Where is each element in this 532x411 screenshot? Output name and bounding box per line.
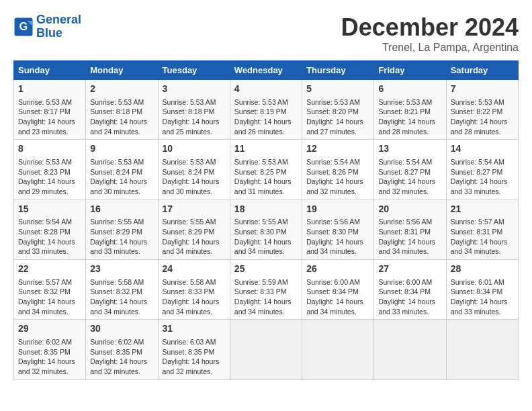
calendar-cell: 14Sunrise: 5:54 AM Sunset: 8:27 PM Dayli… (446, 140, 518, 199)
day-number: 14 (451, 142, 514, 156)
header-day-thursday: Thursday (302, 61, 374, 80)
day-info: Sunrise: 5:53 AM Sunset: 8:18 PM Dayligh… (90, 97, 153, 137)
day-info: Sunrise: 5:53 AM Sunset: 8:20 PM Dayligh… (306, 97, 369, 137)
calendar-week-1: 1Sunrise: 5:53 AM Sunset: 8:17 PM Daylig… (14, 80, 519, 140)
calendar-cell: 1Sunrise: 5:53 AM Sunset: 8:17 PM Daylig… (14, 80, 86, 140)
page-header: G General Blue December 2024 Trenel, La … (13, 13, 519, 54)
calendar-cell: 19Sunrise: 5:56 AM Sunset: 8:30 PM Dayli… (302, 199, 374, 259)
location-title: Trenel, La Pampa, Argentina (341, 42, 519, 54)
day-number: 24 (163, 263, 226, 276)
day-number: 21 (451, 203, 514, 216)
logo-icon: G (13, 17, 34, 37)
calendar-cell: 31Sunrise: 6:03 AM Sunset: 8:35 PM Dayli… (158, 320, 230, 379)
day-number: 9 (90, 142, 153, 156)
day-number: 1 (18, 83, 81, 96)
calendar-cell: 22Sunrise: 5:57 AM Sunset: 8:32 PM Dayli… (14, 260, 86, 320)
calendar-week-4: 22Sunrise: 5:57 AM Sunset: 8:32 PM Dayli… (14, 260, 519, 320)
day-info: Sunrise: 5:56 AM Sunset: 8:30 PM Dayligh… (306, 217, 369, 257)
day-info: Sunrise: 5:53 AM Sunset: 8:24 PM Dayligh… (163, 157, 226, 197)
day-info: Sunrise: 5:53 AM Sunset: 8:21 PM Dayligh… (378, 97, 441, 137)
calendar-cell: 17Sunrise: 5:55 AM Sunset: 8:29 PM Dayli… (158, 199, 230, 259)
day-info: Sunrise: 5:54 AM Sunset: 8:26 PM Dayligh… (306, 157, 369, 197)
calendar-week-2: 8Sunrise: 5:53 AM Sunset: 8:23 PM Daylig… (14, 140, 519, 199)
day-number: 31 (163, 322, 226, 336)
calendar-cell: 27Sunrise: 6:00 AM Sunset: 8:34 PM Dayli… (374, 260, 446, 320)
day-number: 11 (234, 142, 298, 156)
day-number: 23 (90, 263, 153, 276)
day-number: 30 (90, 322, 153, 336)
calendar-cell (230, 320, 302, 379)
calendar-cell: 28Sunrise: 6:01 AM Sunset: 8:34 PM Dayli… (446, 260, 518, 320)
day-number: 26 (306, 263, 369, 276)
day-number: 3 (163, 83, 226, 96)
calendar-week-3: 15Sunrise: 5:54 AM Sunset: 8:28 PM Dayli… (14, 199, 519, 259)
day-number: 15 (18, 203, 81, 216)
logo-line1: General (36, 13, 81, 26)
day-info: Sunrise: 6:02 AM Sunset: 8:35 PM Dayligh… (18, 337, 81, 377)
calendar-cell: 7Sunrise: 5:53 AM Sunset: 8:22 PM Daylig… (446, 80, 518, 140)
day-number: 18 (234, 203, 298, 216)
calendar-week-5: 29Sunrise: 6:02 AM Sunset: 8:35 PM Dayli… (14, 320, 519, 379)
day-number: 4 (234, 83, 298, 96)
calendar-cell: 23Sunrise: 5:58 AM Sunset: 8:32 PM Dayli… (86, 260, 158, 320)
calendar-cell (302, 320, 374, 379)
day-info: Sunrise: 6:03 AM Sunset: 8:35 PM Dayligh… (163, 337, 226, 377)
day-info: Sunrise: 6:00 AM Sunset: 8:34 PM Dayligh… (306, 277, 369, 317)
logo: G General Blue (13, 13, 81, 40)
logo-text: General Blue (36, 13, 81, 40)
day-info: Sunrise: 5:58 AM Sunset: 8:32 PM Dayligh… (90, 277, 153, 317)
day-info: Sunrise: 5:54 AM Sunset: 8:27 PM Dayligh… (378, 157, 441, 197)
day-number: 22 (18, 263, 81, 276)
title-block: December 2024 Trenel, La Pampa, Argentin… (341, 13, 519, 54)
svg-text:G: G (19, 19, 28, 32)
day-number: 7 (451, 83, 514, 96)
calendar-table: SundayMondayTuesdayWednesdayThursdayFrid… (13, 60, 519, 380)
day-number: 28 (451, 263, 514, 276)
calendar-cell: 3Sunrise: 5:53 AM Sunset: 8:18 PM Daylig… (158, 80, 230, 140)
day-info: Sunrise: 5:54 AM Sunset: 8:28 PM Dayligh… (18, 217, 81, 257)
calendar-cell: 29Sunrise: 6:02 AM Sunset: 8:35 PM Dayli… (14, 320, 86, 379)
day-number: 13 (378, 142, 441, 156)
day-info: Sunrise: 5:54 AM Sunset: 8:27 PM Dayligh… (451, 157, 514, 197)
day-info: Sunrise: 5:53 AM Sunset: 8:23 PM Dayligh… (18, 157, 81, 197)
day-info: Sunrise: 5:59 AM Sunset: 8:33 PM Dayligh… (234, 277, 298, 317)
day-info: Sunrise: 5:55 AM Sunset: 8:29 PM Dayligh… (163, 217, 226, 257)
day-info: Sunrise: 5:53 AM Sunset: 8:24 PM Dayligh… (90, 157, 153, 197)
day-info: Sunrise: 5:57 AM Sunset: 8:31 PM Dayligh… (451, 217, 514, 257)
day-number: 5 (306, 83, 369, 96)
calendar-header-row: SundayMondayTuesdayWednesdayThursdayFrid… (14, 61, 519, 80)
header-day-wednesday: Wednesday (230, 61, 302, 80)
day-info: Sunrise: 5:55 AM Sunset: 8:29 PM Dayligh… (90, 217, 153, 257)
day-info: Sunrise: 5:56 AM Sunset: 8:31 PM Dayligh… (378, 217, 441, 257)
logo-line2: Blue (36, 26, 62, 40)
calendar-cell: 24Sunrise: 5:58 AM Sunset: 8:33 PM Dayli… (158, 260, 230, 320)
calendar-cell: 26Sunrise: 6:00 AM Sunset: 8:34 PM Dayli… (302, 260, 374, 320)
day-info: Sunrise: 5:53 AM Sunset: 8:19 PM Dayligh… (234, 97, 298, 137)
day-number: 25 (234, 263, 298, 276)
day-number: 29 (18, 322, 81, 336)
day-info: Sunrise: 5:53 AM Sunset: 8:18 PM Dayligh… (163, 97, 226, 137)
header-day-tuesday: Tuesday (158, 61, 230, 80)
calendar-cell: 16Sunrise: 5:55 AM Sunset: 8:29 PM Dayli… (86, 199, 158, 259)
header-day-monday: Monday (86, 61, 158, 80)
day-number: 10 (163, 142, 226, 156)
calendar-cell: 9Sunrise: 5:53 AM Sunset: 8:24 PM Daylig… (86, 140, 158, 199)
calendar-cell: 4Sunrise: 5:53 AM Sunset: 8:19 PM Daylig… (230, 80, 302, 140)
calendar-cell: 15Sunrise: 5:54 AM Sunset: 8:28 PM Dayli… (14, 199, 86, 259)
calendar-cell: 12Sunrise: 5:54 AM Sunset: 8:26 PM Dayli… (302, 140, 374, 199)
calendar-cell: 2Sunrise: 5:53 AM Sunset: 8:18 PM Daylig… (86, 80, 158, 140)
day-number: 17 (163, 203, 226, 216)
calendar-cell: 30Sunrise: 6:02 AM Sunset: 8:35 PM Dayli… (86, 320, 158, 379)
day-info: Sunrise: 5:55 AM Sunset: 8:30 PM Dayligh… (234, 217, 298, 257)
calendar-cell: 8Sunrise: 5:53 AM Sunset: 8:23 PM Daylig… (14, 140, 86, 199)
calendar-cell: 10Sunrise: 5:53 AM Sunset: 8:24 PM Dayli… (158, 140, 230, 199)
calendar-cell (446, 320, 518, 379)
calendar-body: 1Sunrise: 5:53 AM Sunset: 8:17 PM Daylig… (14, 80, 519, 380)
day-info: Sunrise: 5:53 AM Sunset: 8:17 PM Dayligh… (18, 97, 81, 137)
calendar-cell: 5Sunrise: 5:53 AM Sunset: 8:20 PM Daylig… (302, 80, 374, 140)
day-info: Sunrise: 5:53 AM Sunset: 8:25 PM Dayligh… (234, 157, 298, 197)
calendar-cell (374, 320, 446, 379)
day-info: Sunrise: 5:53 AM Sunset: 8:22 PM Dayligh… (451, 97, 514, 137)
day-number: 12 (306, 142, 369, 156)
day-number: 27 (378, 263, 441, 276)
